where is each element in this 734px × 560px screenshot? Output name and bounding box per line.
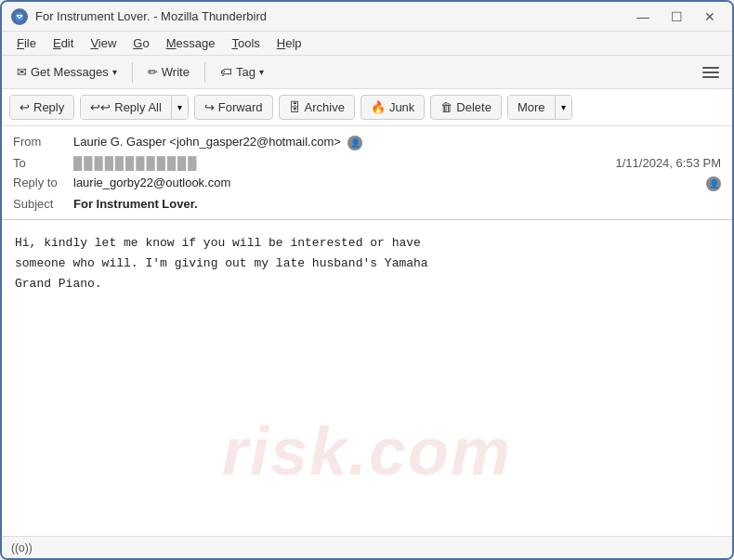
forward-button[interactable]: ↪ Forward	[194, 95, 273, 120]
more-split-button: More ▾	[507, 95, 572, 120]
menu-go[interactable]: Go	[125, 34, 156, 52]
statusbar: ((o))	[2, 536, 732, 558]
reply-all-button[interactable]: ↩↩ Reply All	[81, 96, 171, 119]
menu-view[interactable]: View	[83, 34, 124, 52]
reply-all-label: Reply All	[114, 100, 162, 114]
archive-button[interactable]: 🗄 Archive	[279, 95, 355, 120]
tag-label: Tag	[236, 65, 256, 79]
junk-label: Junk	[389, 100, 414, 114]
main-window: For Instrument Lover. - Mozilla Thunderb…	[0, 0, 734, 560]
toolbar-sep-2	[204, 62, 205, 83]
reply-all-dropdown-button[interactable]: ▾	[171, 96, 188, 119]
menu-help[interactable]: Help	[269, 34, 309, 52]
email-body: Hi, kindly let me know if you will be in…	[2, 220, 732, 536]
menu-edit[interactable]: Edit	[46, 34, 81, 52]
from-row: From Laurie G. Gasper <john_gasper22@hot…	[13, 132, 721, 153]
get-messages-label: Get Messages	[31, 65, 109, 79]
menubar: File Edit View Go Message Tools Help	[2, 32, 732, 56]
more-dropdown-icon: ▾	[561, 102, 566, 112]
status-icon: ((o))	[11, 541, 33, 554]
reply-all-dropdown-icon: ▾	[177, 102, 182, 112]
write-icon: ✏	[148, 65, 158, 79]
archive-label: Archive	[305, 100, 345, 114]
subject-value: For Instrument Lover.	[73, 197, 721, 211]
from-value: Laurie G. Gasper <john_gasper22@hotmail.…	[73, 135, 721, 150]
reply-to-label: Reply to	[13, 176, 73, 189]
reply-icon: ↩	[20, 100, 30, 114]
app-icon	[11, 8, 28, 25]
from-label: From	[13, 135, 73, 149]
reply-all-split-button: ↩↩ Reply All ▾	[80, 95, 189, 120]
maximize-button[interactable]: ☐	[663, 7, 689, 27]
hamburger-menu-button[interactable]	[697, 59, 725, 85]
junk-icon: 🔥	[371, 100, 386, 114]
tag-dropdown-icon: ▾	[259, 67, 264, 77]
svg-point-0	[16, 12, 24, 20]
junk-button[interactable]: 🔥 Junk	[360, 95, 425, 120]
get-messages-button[interactable]: ✉ Get Messages ▾	[9, 61, 125, 83]
reply-label: Reply	[33, 100, 64, 114]
email-header: From Laurie G. Gasper <john_gasper22@hot…	[2, 126, 732, 220]
reply-all-icon: ↩↩	[90, 100, 111, 114]
reply-button[interactable]: ↩ Reply	[10, 96, 73, 119]
minimize-button[interactable]: —	[630, 7, 656, 27]
reply-split-button: ↩ Reply	[9, 95, 74, 120]
email-body-text: Hi, kindly let me know if you will be in…	[15, 233, 719, 294]
forward-label: Forward	[218, 100, 263, 114]
hamburger-line-1	[702, 67, 719, 69]
toolbar-sep-1	[132, 62, 133, 83]
subject-label: Subject	[13, 197, 73, 211]
forward-icon: ↪	[204, 100, 215, 114]
delete-button[interactable]: 🗑 Delete	[430, 95, 502, 120]
hamburger-line-3	[702, 76, 719, 78]
titlebar: For Instrument Lover. - Mozilla Thunderb…	[2, 2, 732, 32]
hamburger-line-2	[702, 72, 719, 73]
email-date: 1/11/2024, 6:53 PM	[616, 156, 721, 170]
write-button[interactable]: ✏ Write	[140, 61, 197, 83]
menu-file[interactable]: File	[9, 34, 44, 52]
archive-icon: 🗄	[289, 100, 301, 114]
to-row: To ████████████ 1/11/2024, 6:53 PM	[13, 153, 721, 173]
subject-row: Subject For Instrument Lover.	[13, 194, 721, 214]
write-label: Write	[162, 65, 190, 79]
from-name: Laurie G. Gasper	[73, 135, 166, 149]
get-messages-dropdown-icon: ▾	[112, 67, 117, 77]
more-dropdown-button[interactable]: ▾	[555, 96, 571, 119]
delete-label: Delete	[456, 100, 492, 114]
reply-to-email: laurie_gorby22@outlook.com	[73, 176, 702, 189]
window-controls: — ☐ ✕	[630, 7, 723, 27]
watermark: risk.com	[222, 395, 512, 508]
main-toolbar: ✉ Get Messages ▾ ✏ Write 🏷 Tag ▾	[2, 56, 732, 89]
menu-tools[interactable]: Tools	[224, 34, 267, 52]
delete-icon: 🗑	[440, 100, 452, 114]
from-contact-icon[interactable]: 👤	[347, 136, 362, 150]
reply-to-row: Reply to laurie_gorby22@outlook.com 👤	[13, 173, 721, 194]
to-value: ████████████	[73, 156, 616, 170]
from-email: <john_gasper22@hotmail.com>	[169, 135, 340, 149]
more-button[interactable]: More	[508, 96, 555, 119]
to-label: To	[13, 156, 73, 170]
window-title: For Instrument Lover. - Mozilla Thunderb…	[35, 9, 630, 23]
tag-button[interactable]: 🏷 Tag ▾	[213, 61, 271, 83]
more-label: More	[518, 100, 545, 114]
get-messages-icon: ✉	[17, 65, 27, 79]
close-button[interactable]: ✕	[697, 7, 723, 27]
action-toolbar: ↩ Reply ↩↩ Reply All ▾ ↪ Forward 🗄 Archi…	[2, 89, 732, 126]
reply-to-contact-icon[interactable]: 👤	[706, 176, 721, 191]
menu-message[interactable]: Message	[159, 34, 223, 52]
tag-icon: 🏷	[220, 65, 232, 79]
